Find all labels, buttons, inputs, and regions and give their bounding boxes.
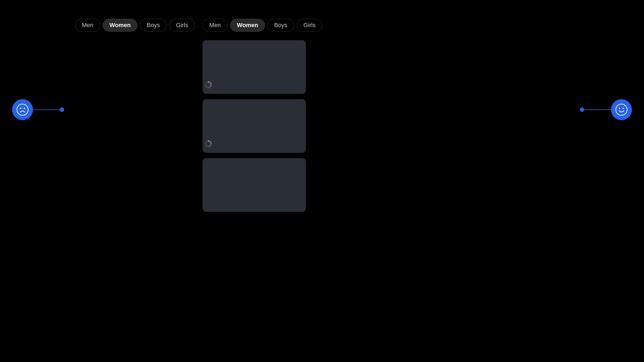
card-3 bbox=[203, 158, 306, 212]
loading-spinner-1 bbox=[208, 81, 215, 88]
tab-boys-left[interactable]: Boys bbox=[140, 19, 167, 32]
card-2 bbox=[203, 99, 306, 153]
tab-women-right[interactable]: Women bbox=[230, 19, 265, 32]
slider-dot-right bbox=[580, 108, 584, 112]
tab-men-left[interactable]: Men bbox=[75, 19, 100, 32]
svg-point-5 bbox=[623, 108, 624, 109]
tab-men-right[interactable]: Men bbox=[203, 19, 228, 32]
tab-girls-right[interactable]: Girls bbox=[297, 19, 322, 32]
cards-area bbox=[203, 40, 307, 212]
sad-face-icon bbox=[12, 99, 33, 120]
tab-group-left: Men Women Boys Girls bbox=[75, 19, 195, 32]
svg-point-0 bbox=[17, 104, 28, 115]
sentiment-slider-left bbox=[12, 99, 64, 120]
slider-line-left bbox=[33, 109, 60, 110]
sentiment-slider-right bbox=[580, 99, 632, 120]
tab-women-left[interactable]: Women bbox=[103, 19, 137, 32]
card-1 bbox=[203, 40, 306, 94]
svg-point-4 bbox=[619, 108, 620, 109]
slider-line-right bbox=[584, 109, 611, 110]
loading-spinner-2 bbox=[208, 140, 215, 147]
tab-group-right: Men Women Boys Girls bbox=[203, 19, 322, 32]
svg-point-1 bbox=[20, 108, 21, 109]
svg-point-2 bbox=[24, 108, 25, 109]
tab-boys-right[interactable]: Boys bbox=[268, 19, 294, 32]
tab-girls-left[interactable]: Girls bbox=[169, 19, 195, 32]
slider-dot-left bbox=[60, 108, 64, 112]
svg-point-3 bbox=[616, 104, 627, 115]
happy-face-icon bbox=[611, 99, 632, 120]
